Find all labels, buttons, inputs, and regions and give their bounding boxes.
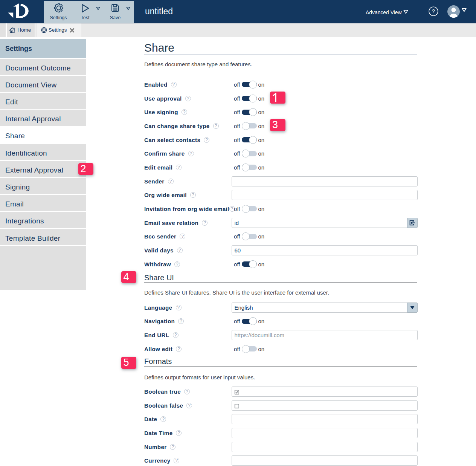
svg-text:?: ? (432, 8, 435, 14)
